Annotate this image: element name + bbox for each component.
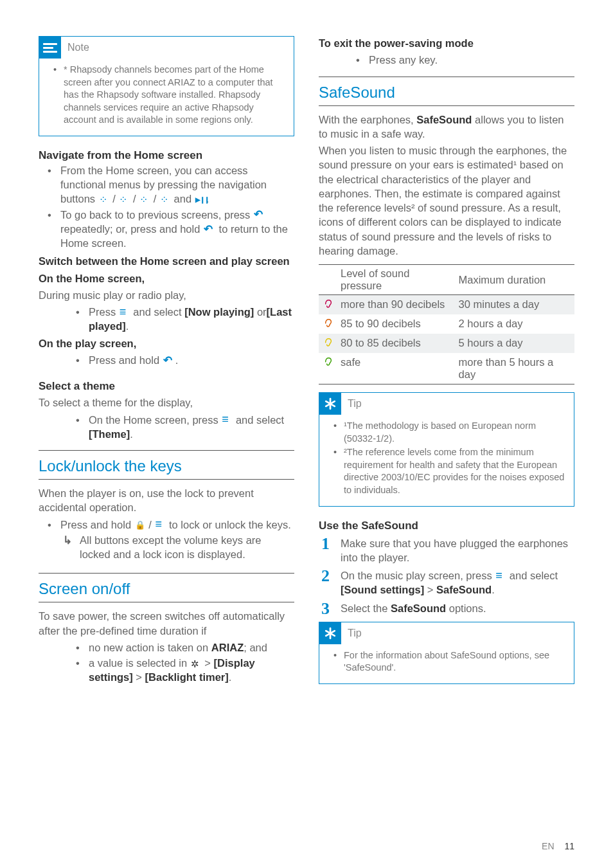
tip-box-2: Tip For the information about SafeSound …	[319, 622, 574, 684]
note-icon	[39, 37, 61, 59]
table-cell-level: 85 to 90 decibels	[337, 314, 455, 334]
dpad-icon	[99, 196, 109, 204]
on-home-label: On the Home screen,	[39, 271, 294, 285]
screen-cond-1: no new action is taken on ARIAZ; and	[89, 640, 294, 655]
tip-icon	[319, 622, 341, 644]
use-step-1: 1Make sure that you have plugged the ear…	[341, 536, 574, 565]
table-cell-duration: 30 minutes a day	[455, 295, 574, 315]
on-play-label: On the play screen,	[39, 336, 294, 350]
screen-section-title: Screen on/off	[39, 573, 294, 598]
tip2-item-1: For the information about SafeSound opti…	[344, 649, 566, 674]
menu-icon	[155, 521, 165, 529]
ear-icon	[323, 298, 333, 309]
table-row: 80 to 85 decibels5 hours a day	[319, 334, 574, 353]
exit-bullet: Press any key.	[369, 53, 574, 67]
menu-icon	[222, 417, 232, 424]
home-line: During music play or radio play,	[39, 288, 294, 302]
exit-heading: To exit the power-saving mode	[319, 36, 574, 50]
table-cell-level: 80 to 85 decibels	[337, 334, 455, 353]
nav-bullet-1: From the Home screen, you can access fun…	[60, 163, 294, 206]
back-icon	[254, 212, 265, 219]
lock-lead: When the player is on, use the lock to p…	[39, 486, 294, 515]
tip-icon	[319, 393, 341, 415]
dpad-icon	[139, 196, 150, 204]
play-pause-icon	[195, 196, 206, 204]
note-item: * Rhapsody channels becomes part of the …	[64, 64, 286, 127]
ear-icon	[323, 337, 333, 347]
safesound-table: Level of sound pressure Maximum duration…	[319, 264, 574, 384]
lock-bullet: Press and hold / to lock or unlock the k…	[60, 518, 294, 532]
dpad-icon	[160, 196, 170, 204]
gear-icon	[191, 660, 201, 668]
table-cell-duration: 2 hours a day	[455, 314, 574, 334]
table-cell-duration: 5 hours a day	[455, 334, 574, 353]
ear-icon	[323, 318, 333, 328]
tip-box-1: Tip ¹The methodology is based on Europea…	[319, 392, 574, 506]
note-box: Note * Rhapsody channels becomes part of…	[39, 36, 294, 136]
theme-lead: To select a theme for the display,	[39, 395, 294, 410]
play-sub-bullet: Press and hold .	[89, 353, 294, 367]
table-row: 85 to 90 decibels2 hours a day	[319, 314, 574, 334]
table-row: safemore than 5 hours a day	[319, 353, 574, 384]
tip-label: Tip	[348, 628, 362, 639]
screen-cond-2: a value is selected in > [Display settin…	[89, 656, 294, 685]
safesound-p1: With the earphones, SafeSound allows you…	[319, 113, 574, 141]
menu-icon	[120, 309, 130, 317]
safesound-title: SafeSound	[319, 77, 574, 102]
nav-heading: Navigate from the Home screen	[39, 149, 294, 162]
ear-icon	[323, 356, 333, 366]
footer-page: 11	[564, 841, 574, 851]
dpad-icon	[119, 196, 129, 204]
theme-sub-bullet: On the Home screen, press and select [Th…	[89, 413, 294, 442]
back-icon	[163, 357, 175, 365]
menu-icon	[495, 573, 506, 581]
use-step-3: 3 Select the SafeSound options.	[341, 601, 574, 615]
note-label: Note	[67, 42, 89, 53]
table-h2: Maximum duration	[455, 265, 574, 295]
table-h1: Level of sound pressure	[337, 265, 455, 295]
table-cell-level: more than 90 decibels	[337, 295, 455, 315]
lock-arrow-result: All buttons except the volume keys are l…	[39, 533, 294, 562]
page-footer: EN 11	[542, 841, 574, 851]
lock-section-title: Lock/unlock the keys	[39, 450, 294, 475]
use-step-2: 2 On the music play screen, press and se…	[341, 568, 574, 597]
tip1-item-1: ¹The methodology is based on European no…	[344, 420, 566, 445]
tip-label: Tip	[348, 398, 362, 410]
switch-heading: Switch between the Home screen and play …	[39, 254, 294, 268]
screen-lead: To save power, the screen switches off a…	[39, 609, 294, 638]
nav-bullet-2: To go back to to previous screens, press…	[60, 208, 294, 251]
theme-heading: Select a theme	[39, 380, 294, 393]
table-row: more than 90 decibels30 minutes a day	[319, 295, 574, 315]
home-sub-bullet: Press and select [Now playing] or[Last p…	[89, 305, 294, 334]
table-cell-level: safe	[337, 353, 455, 384]
footer-lang: EN	[542, 841, 554, 851]
lock-icon	[135, 521, 145, 529]
table-cell-duration: more than 5 hours a day	[455, 353, 574, 384]
use-safesound-title: Use the SafeSound	[319, 520, 574, 532]
tip1-item-2: ²The reference levels come from the mini…	[344, 446, 566, 496]
safesound-p2: When you listen to music through the ear…	[319, 143, 574, 258]
back-icon	[204, 226, 215, 234]
